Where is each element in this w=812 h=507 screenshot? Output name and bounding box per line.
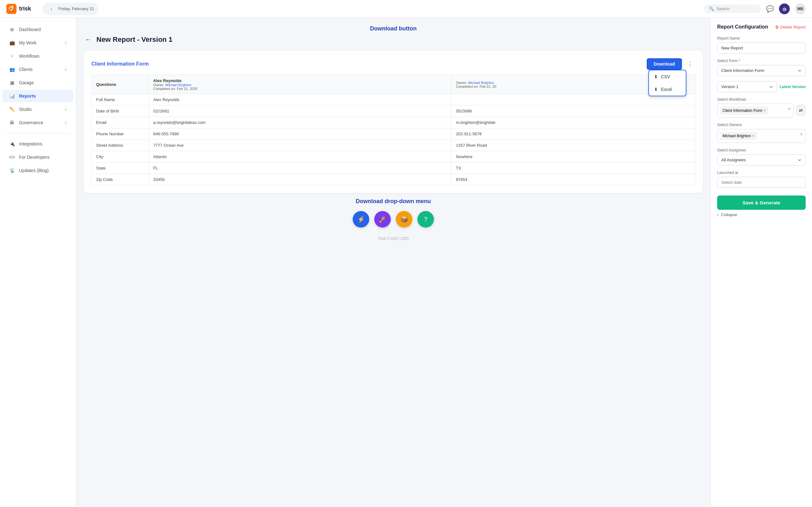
report-card: Client Information Form Download ⋮ ⬇ CSV [84,51,703,193]
svg-point-1 [12,6,13,7]
annotation-dropdown-label: Download drop-down menu [356,198,431,205]
sidebar-item-clients[interactable]: 👥 Clients ∨ [3,63,73,76]
more-options-button[interactable]: ⋮ [684,59,695,69]
version-dropdown[interactable]: Version 1 [717,81,777,92]
sidebar-item-my-work[interactable]: 💼 My Work ∨ [3,37,73,49]
owner-tag: Michael Brighton × [720,132,757,140]
chevron-down-icon: ∨ [64,41,67,45]
sidebar-item-for-developers[interactable]: </> For Developers [3,151,73,164]
download-btn-area: Download ⋮ ⬇ CSV ⬇ Excel [647,58,695,70]
table-header-row: Questions Alex Reynolds Owner: Michael B… [92,75,695,94]
fab-help[interactable]: ? [417,211,434,228]
dropdown-item-excel[interactable]: ⬇ Excel [649,83,686,96]
required-marker: * [739,59,740,63]
report-table: Questions Alex Reynolds Owner: Michael B… [91,75,695,185]
chevron-down-icon: ∨ [64,107,67,112]
cell-alex: a.reynolds@brightideas.com [149,117,451,128]
sidebar-item-governance[interactable]: 🏛 Governance ∨ [3,116,73,129]
save-generate-button[interactable]: Save & Generate [717,195,806,210]
sidebar-label: Clients [19,67,33,72]
table-body: Full Name Alex Reynolds Date of Birth 02… [92,94,695,185]
col-questions: Questions [92,75,149,94]
grid-icon: ⊞ [9,26,15,33]
app-logo: trisk [6,4,31,14]
avatar-icon: 🤖 [782,7,787,11]
assignees-dropdown[interactable]: All Assignees [717,154,806,165]
download-button[interactable]: Download [647,58,682,70]
col-alex-owner-link: Michael Brighton [165,83,192,87]
select-form-label: Select Form * [717,59,806,63]
fab-lightning[interactable]: ⚡ [353,211,369,228]
rss-icon: 📡 [9,167,15,174]
cell-question: Zip Code [92,174,149,185]
workflows-dropdown-arrow[interactable]: ∨ [788,107,791,115]
cell-michael: 05/29/86 [451,106,695,117]
sidebar-item-dashboard[interactable]: ⊞ Dashboard [3,23,73,36]
nav-back-button[interactable]: ‹ [47,4,56,13]
logo-icon [6,4,16,14]
workflows-swap-row: Select Workflows Client Information Form… [717,97,806,123]
topnav-right: 🔍 Search 💬 🤖 MB [704,3,806,14]
version-select-row: Version 1 Latest Version [717,81,806,92]
sidebar-item-garage[interactable]: ▦ Garage [3,76,73,89]
sidebar-divider [5,133,71,133]
git-branch-icon: ⑂ [9,53,15,59]
select-form-dropdown[interactable]: Client Information Form [717,65,806,76]
collapse-row[interactable]: › Collapse [717,210,806,220]
workflow-tag-close[interactable]: × [763,108,766,113]
table-row: Full Name Alex Reynolds [92,94,695,106]
launched-at-input[interactable] [717,177,806,188]
owner-tag-label: Michael Brighton [722,134,751,138]
delete-label: Delete Report [780,25,806,30]
download-icon: ⬇ [654,74,658,79]
right-panel-title: Report Configuration [717,24,768,30]
workflows-tag-input[interactable]: Client Information Form × ∨ [717,104,794,118]
search-bar[interactable]: 🔍 Search [704,4,761,13]
cell-alex: 646-555-7890 [149,128,451,140]
sidebar-item-workflows[interactable]: ⑂ Workflows [3,50,73,62]
cell-alex: 33456 [149,174,451,185]
briefcase-icon: 💼 [9,40,15,46]
dropdown-item-csv[interactable]: ⬇ CSV [649,70,686,83]
table-row: Email a.reynolds@brightideas.com m.brigh… [92,117,695,128]
report-back-button[interactable]: ← [84,35,93,44]
report-name-input[interactable] [717,43,806,54]
report-header: ← New Report - Version 1 [84,35,703,44]
annotation-download-button: Download button [84,25,703,32]
download-dropdown: ⬇ CSV ⬇ Excel [648,70,687,96]
app-name: trisk [19,5,31,12]
sidebar-item-studio[interactable]: ✏️ Studio ∨ [3,103,73,116]
col-alex-name: Alex Reynolds [153,78,447,83]
sidebar-label: Workflows [19,54,39,59]
select-workflows-label: Select Workflows [717,97,794,102]
table-row: State FL TX [92,163,695,174]
user-initials[interactable]: MB [795,3,806,14]
sidebar-item-reports[interactable]: 📊 Reports [3,90,73,102]
owners-tag-input[interactable]: Michael Brighton × ∨ [717,129,806,143]
owners-dropdown-arrow[interactable]: ∨ [800,132,803,140]
cell-alex: 02/19/81 [149,106,451,117]
select-form-group: Select Form * Client Information Form [717,59,806,76]
select-assignees-group: Select Assignees All Assignees [717,148,806,165]
form-title-link[interactable]: Client Information Form [91,61,149,67]
col-michael-owner-link: Michael Brighton [468,81,494,84]
right-panel: Report Configuration 🗑 Delete Report Rep… [711,18,812,507]
shield-icon: 🏛 [9,119,15,126]
delete-report-button[interactable]: 🗑 Delete Report [775,25,806,30]
fab-archive[interactable]: 📦 [396,211,412,228]
user-avatar[interactable]: 🤖 [779,3,790,14]
chevron-right-icon: › [717,212,718,217]
owner-tag-close[interactable]: × [752,134,754,138]
swap-button[interactable]: ⇄ [796,105,806,116]
right-panel-header: Report Configuration 🗑 Delete Report [717,24,806,30]
report-name-group: Report Name [717,36,806,54]
fab-rocket[interactable]: 🚀 [374,211,391,228]
date-pill: ‹ Friday, February 21 [43,3,98,15]
sidebar-item-updates-blog[interactable]: 📡 Updates (Blog) [3,164,73,177]
chat-icon[interactable]: 💬 [766,5,774,13]
sidebar-label: Reports [19,94,36,99]
sidebar-label: Studio [19,107,32,112]
sidebar-label: Integrations [19,141,42,147]
sidebar-item-integrations[interactable]: 🔌 Integrations [3,137,73,150]
workflow-tag-label: Client Information Form [722,108,762,113]
